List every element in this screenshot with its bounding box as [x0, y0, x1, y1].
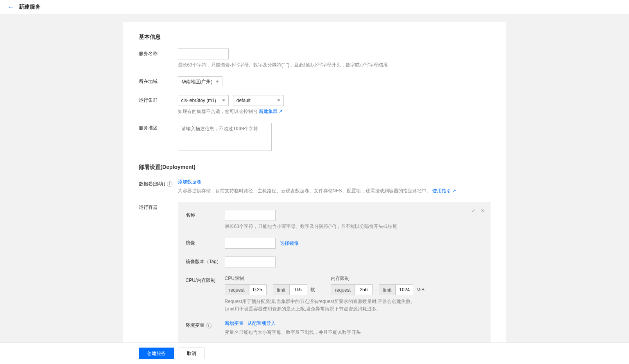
mem-unit: MiB [416, 287, 425, 292]
external-link-icon: ↗ [452, 188, 456, 194]
close-icon[interactable]: ✕ [480, 208, 485, 214]
service-name-input[interactable] [178, 48, 229, 59]
namespace-select[interactable]: default [233, 95, 284, 106]
image-label: 镜像 [186, 238, 225, 246]
region-select[interactable]: 华南地区(广州) [178, 76, 222, 87]
mem-request-label: request [331, 284, 355, 295]
cpu-limit-title: CPU限制 [225, 275, 315, 282]
import-config-link[interactable]: 从配置项导入 [247, 321, 276, 326]
limits-label: CPU/内存限制 [186, 275, 225, 284]
add-env-var-link[interactable]: 新增变量 [225, 321, 244, 326]
volume-hint: 为容器提供存储，目前支持临时路径、主机路径、云硬盘数据卷、文件存储NFS、配置项… [178, 188, 491, 194]
cancel-button[interactable]: 取消 [179, 348, 204, 359]
volume-label: 数据卷(选填)i [139, 179, 178, 187]
deployment-title: 部署设置(Deployment) [139, 164, 491, 171]
container-name-input[interactable] [225, 210, 276, 221]
info-icon[interactable]: i [206, 323, 211, 328]
cpu-request-input[interactable] [249, 284, 267, 295]
info-icon[interactable]: i [167, 181, 172, 187]
mem-request-input[interactable] [355, 284, 373, 295]
container-name-label: 名称 [186, 210, 225, 219]
tag-label: 镜像版本（Tag） [186, 256, 225, 265]
env-label: 环境变量i [186, 320, 225, 329]
page-header: ← 新建服务 [0, 0, 629, 14]
footer-bar: 创建服务 取消 [0, 342, 629, 364]
select-image-link[interactable]: 选择镜像 [280, 240, 299, 246]
external-link-icon: ↗ [279, 109, 283, 114]
basic-info-title: 基本信息 [139, 34, 491, 41]
cluster-label: 运行集群 [139, 95, 178, 104]
cpu-unit: 核 [310, 287, 315, 293]
mem-limit-title: 内存限制 [331, 275, 425, 282]
usage-guide-link[interactable]: 使用指引↗ [432, 188, 456, 194]
tag-input[interactable] [225, 256, 276, 267]
service-name-label: 服务名称 [139, 48, 178, 57]
back-arrow-icon[interactable]: ← [8, 4, 14, 11]
cpu-limit-label2: limit [273, 284, 290, 295]
form-panel: 基本信息 服务名称 最长63个字符，只能包含小写字母、数字及分隔符("-")，且… [123, 22, 506, 364]
container-label: 运行容器 [139, 202, 178, 211]
create-service-button[interactable]: 创建服务 [139, 348, 174, 359]
limits-hint1: Request用于预分配资源,当集群中的节点没有request所要求的资源数量时… [225, 298, 483, 305]
region-label: 所在地域 [139, 76, 178, 85]
description-textarea[interactable] [178, 123, 272, 151]
mem-limit-label2: limit [379, 284, 396, 295]
limits-hint2: Limit用于设置容器使用资源的最大上限,避免异常情况下节点资源消耗过多。 [225, 306, 483, 312]
container-config-box: ✓ ✕ 名称 最长63个字符，只能包含小写字母、数字及分隔符("-")，且不能以… [178, 202, 491, 344]
cpu-request-label: request [225, 284, 249, 295]
desc-label: 服务描述 [139, 123, 178, 131]
mem-limit-input[interactable] [396, 284, 413, 295]
service-name-hint: 最长63个字符，只能包含小写字母、数字及分隔符("-")，且必须以小写字母开头，… [178, 62, 491, 68]
env-hint: 变量名只能包含大小写字母、数字及下划线，并且不能以数字开头 [225, 329, 483, 336]
image-input[interactable] [225, 238, 276, 249]
add-volume-link[interactable]: 添加数据卷 [178, 179, 201, 185]
cluster-hint: 如现有的集群不合适，您可以去控制台 新建集群↗ [178, 108, 491, 115]
page-title: 新建服务 [19, 4, 41, 11]
container-name-hint: 最长63个字符，只能包含小写字母、数字及分隔符("-")，且不能以分隔符开头或结… [225, 223, 483, 230]
confirm-icon[interactable]: ✓ [471, 208, 476, 214]
new-cluster-link[interactable]: 新建集群↗ [259, 109, 283, 114]
content-wrapper: 基本信息 服务名称 最长63个字符，只能包含小写字母、数字及分隔符("-")，且… [0, 14, 629, 364]
cpu-limit-input[interactable] [290, 284, 307, 295]
cluster-select[interactable]: cls-lebr3toy (m1) [178, 95, 229, 106]
